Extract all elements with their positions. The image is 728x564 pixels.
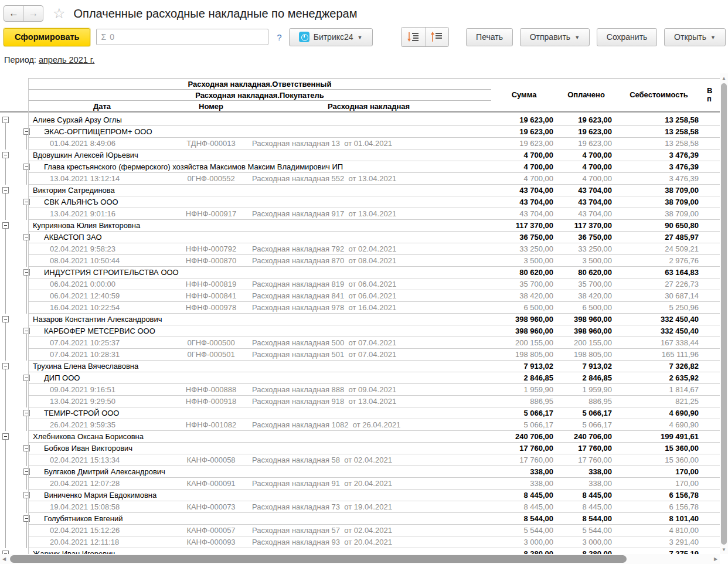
sum-cell[interactable]: 35 700,00 bbox=[491, 278, 557, 290]
customer-name-cell[interactable]: АКВАСТОП ЗАО bbox=[28, 232, 491, 243]
cost-cell[interactable]: 2 635,92 bbox=[615, 372, 702, 384]
sum-cell[interactable]: 43 704,00 bbox=[491, 185, 557, 196]
collapse-group-toggle[interactable] bbox=[2, 222, 9, 229]
paid-cell[interactable]: 198 805,00 bbox=[557, 349, 615, 361]
gross-profit-cell[interactable] bbox=[702, 349, 720, 361]
paid-cell[interactable]: 33 250,00 bbox=[557, 243, 615, 255]
customer-name-cell[interactable]: Бобков Иван Викторович bbox=[28, 443, 491, 454]
gross-profit-cell[interactable] bbox=[702, 278, 720, 290]
invoice-number-cell[interactable]: НФНФ-000917 bbox=[176, 208, 246, 220]
gross-profit-cell[interactable] bbox=[702, 220, 720, 232]
invoice-row[interactable]: 02.04.2021 15:12:26КАНФ-000057Расходная … bbox=[0, 525, 720, 536]
cost-cell[interactable]: 6 156,78 bbox=[615, 501, 702, 513]
sum-cell[interactable]: 338,00 bbox=[491, 478, 557, 490]
gross-profit-cell[interactable] bbox=[702, 419, 720, 431]
paid-cell[interactable]: 3 000,00 bbox=[557, 536, 615, 548]
gross-profit-cell[interactable] bbox=[702, 396, 720, 407]
paid-cell[interactable]: 117 370,00 bbox=[557, 220, 615, 232]
paid-cell[interactable]: 17 760,00 bbox=[557, 454, 615, 466]
collapse-group-toggle[interactable] bbox=[23, 375, 30, 381]
cost-cell[interactable]: 38 709,00 bbox=[615, 185, 702, 196]
gross-profit-cell[interactable] bbox=[702, 490, 720, 501]
invoice-doc-cell[interactable]: Расходная накладная 93 от 20.04.2021 bbox=[246, 536, 491, 548]
paid-cell[interactable]: 19 623,00 bbox=[557, 126, 615, 138]
gross-profit-cell[interactable] bbox=[702, 290, 720, 302]
cost-cell[interactable]: 332 450,40 bbox=[615, 314, 702, 325]
invoice-doc-cell[interactable]: Расходная накладная 501 от 07.04.2021 bbox=[246, 349, 491, 361]
customer-group-row[interactable]: Виниченко Мария Евдокимовна8 445,008 445… bbox=[0, 490, 720, 501]
gross-profit-cell[interactable] bbox=[702, 372, 720, 384]
invoice-doc-cell[interactable]: Расходная накладная 500 от 07.04.2021 bbox=[246, 337, 491, 349]
paid-cell[interactable]: 1 959,90 bbox=[557, 384, 615, 396]
paid-cell[interactable]: 338,00 bbox=[557, 478, 615, 490]
invoice-date-cell[interactable]: 16.04.2021 10:22:54 bbox=[28, 302, 176, 314]
cost-cell[interactable]: 38 709,00 bbox=[615, 208, 702, 220]
sum-cell[interactable]: 8 445,00 bbox=[491, 490, 557, 501]
invoice-doc-cell[interactable]: Расходная накладная 13 от 01.04.2021 bbox=[246, 138, 491, 150]
horizontal-scrollbar[interactable]: ◀ ▶ bbox=[0, 554, 720, 564]
collapse-group-toggle[interactable] bbox=[23, 515, 30, 522]
invoice-doc-cell[interactable]: Расходная накладная 819 от 06.04.2021 bbox=[246, 278, 491, 290]
invoice-row[interactable]: 16.04.2021 10:22:54НФНФ-000978Расходная … bbox=[0, 302, 720, 314]
paid-cell[interactable]: 5 544,00 bbox=[557, 525, 615, 536]
sum-cell[interactable]: 4 700,00 bbox=[491, 173, 557, 185]
sum-cell[interactable]: 4 700,00 bbox=[491, 150, 557, 161]
manager-group-row[interactable]: Вдовушкин Алексей Юрьевич4 700,004 700,0… bbox=[0, 150, 720, 161]
manager-group-row[interactable]: Жарких Иван Игоревич8 280,008 280,007 27… bbox=[0, 548, 720, 554]
invoice-number-cell[interactable]: 0ГНФ-000552 bbox=[176, 173, 246, 185]
collapse-group-toggle[interactable] bbox=[23, 492, 30, 498]
invoice-row[interactable]: 09.04.2021 9:16:51НФНФ-000888Расходная н… bbox=[0, 384, 720, 396]
cost-cell[interactable]: 5 250,96 bbox=[615, 302, 702, 314]
forward-button[interactable]: → bbox=[23, 6, 43, 21]
cost-cell[interactable]: 38 709,00 bbox=[615, 196, 702, 208]
invoice-row[interactable]: 06.04.2021 0:00:00НФНФ-000819Расходная н… bbox=[0, 278, 720, 290]
collapse-group-toggle[interactable] bbox=[23, 269, 30, 276]
sum-cell[interactable]: 117 370,00 bbox=[491, 220, 557, 232]
collapse-group-toggle[interactable] bbox=[2, 316, 9, 322]
paid-cell[interactable]: 38 420,00 bbox=[557, 290, 615, 302]
sum-cell[interactable]: 338,00 bbox=[491, 466, 557, 478]
invoice-number-cell[interactable]: НФНФ-000841 bbox=[176, 290, 246, 302]
customer-name-cell[interactable]: Виниченко Мария Евдокимовна bbox=[28, 490, 491, 501]
generate-button[interactable]: Сформировать bbox=[4, 28, 90, 46]
collapse-groups-button[interactable] bbox=[425, 28, 448, 46]
paid-cell[interactable]: 5 066,17 bbox=[557, 407, 615, 419]
customer-name-cell[interactable]: ИНДУСТРИЯ СТРОИТЕЛЬСТВА ООО bbox=[28, 267, 491, 278]
cost-cell[interactable]: 13 258,58 bbox=[615, 138, 702, 150]
paid-cell[interactable]: 8 280,00 bbox=[557, 548, 615, 554]
collapse-group-toggle[interactable] bbox=[23, 328, 30, 334]
invoice-row[interactable]: 08.04.2021 10:50:44НФНФ-000870Расходная … bbox=[0, 255, 720, 267]
invoice-date-cell[interactable]: 09.04.2021 9:16:51 bbox=[28, 384, 176, 396]
customer-group-row[interactable]: КАРБОФЕР МЕТСЕРВИС ООО398 960,00398 960,… bbox=[0, 325, 720, 337]
open-button[interactable]: Открыть ▼ bbox=[664, 28, 726, 46]
paid-cell[interactable]: 35 700,00 bbox=[557, 278, 615, 290]
invoice-number-cell[interactable]: КАНФ-000073 bbox=[176, 501, 246, 513]
collapse-group-toggle[interactable] bbox=[2, 117, 9, 123]
gross-profit-cell[interactable] bbox=[702, 548, 720, 554]
invoice-doc-cell[interactable]: Расходная накладная 57 от 02.04.2021 bbox=[246, 525, 491, 536]
manager-name-cell[interactable]: Алиев Сурхай Арзу Оглы bbox=[28, 114, 491, 126]
paid-cell[interactable]: 36 750,00 bbox=[557, 232, 615, 243]
sum-cell[interactable]: 6 500,00 bbox=[491, 302, 557, 314]
manager-name-cell[interactable]: Вдовушкин Алексей Юрьевич bbox=[28, 150, 491, 161]
manager-group-row[interactable]: Алиев Сурхай Арзу Оглы19 623,0019 623,00… bbox=[0, 114, 720, 126]
sum-cell[interactable]: 240 706,00 bbox=[491, 431, 557, 443]
scroll-up-icon[interactable]: ▲ bbox=[720, 74, 728, 83]
collapse-group-toggle[interactable] bbox=[2, 152, 9, 158]
gross-profit-cell[interactable] bbox=[702, 138, 720, 150]
invoice-date-cell[interactable]: 13.04.2021 9:29:50 bbox=[28, 396, 176, 407]
manager-group-row[interactable]: Хлебникова Оксана Борисовна240 706,00240… bbox=[0, 431, 720, 443]
paid-cell[interactable]: 19 623,00 bbox=[557, 114, 615, 126]
cost-cell[interactable]: 4 810,00 bbox=[615, 525, 702, 536]
invoice-number-cell[interactable]: НФНФ-000918 bbox=[176, 396, 246, 407]
gross-profit-cell[interactable] bbox=[702, 161, 720, 173]
cost-cell[interactable]: 3 476,39 bbox=[615, 161, 702, 173]
cost-cell[interactable]: 3 476,39 bbox=[615, 150, 702, 161]
invoice-doc-cell[interactable]: Расходная накладная 888 от 09.04.2021 bbox=[246, 384, 491, 396]
invoice-doc-cell[interactable]: Расходная накладная 58 от 02.04.2021 bbox=[246, 454, 491, 466]
gross-profit-cell[interactable] bbox=[702, 525, 720, 536]
paid-cell[interactable]: 240 706,00 bbox=[557, 431, 615, 443]
collapse-group-toggle[interactable] bbox=[23, 410, 30, 416]
manager-name-cell[interactable]: Виктория Сатрединова bbox=[28, 185, 491, 196]
paid-cell[interactable]: 6 500,00 bbox=[557, 302, 615, 314]
